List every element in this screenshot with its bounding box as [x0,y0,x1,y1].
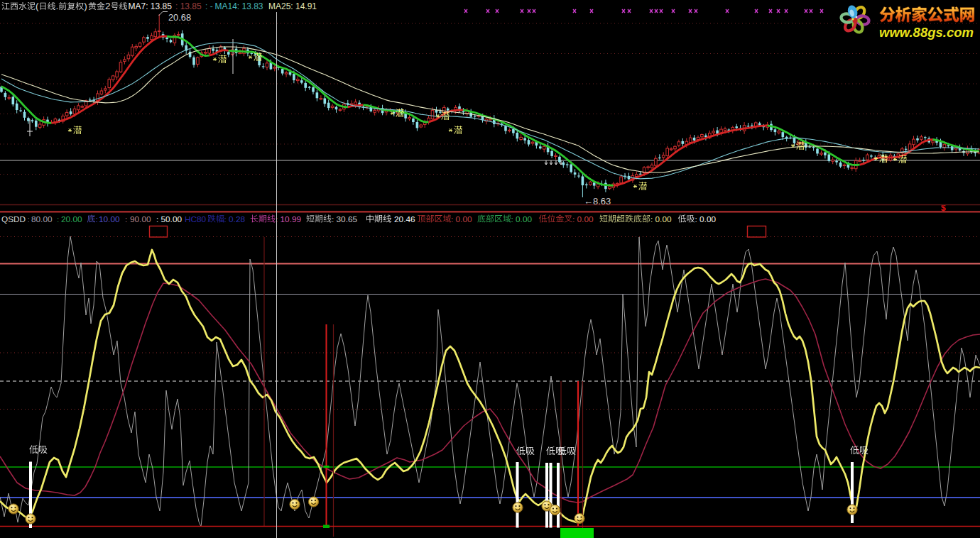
svg-text:: 0.00: : 0.00 [511,214,533,224]
svg-text:: 0.00: : 0.00 [572,214,594,224]
svg-text::: : [156,214,158,224]
svg-text:: 13.85: : 13.85 [175,1,202,11]
svg-text:MA7: 13.85: MA7: 13.85 [129,1,173,11]
svg-text::: : [125,214,127,224]
svg-text:.: . [56,1,59,11]
svg-text:: 0.00: : 0.00 [695,214,717,224]
svg-text:90.00: 90.00 [130,214,151,224]
svg-text:2: 2 [105,1,111,11]
svg-text:: 30.65: : 30.65 [332,214,358,224]
svg-text:MA25: 14.91: MA25: 14.91 [268,1,317,11]
svg-text:10.00: 10.00 [99,214,120,224]
svg-text:20.00: 20.00 [61,214,82,224]
svg-text:: 0.00: : 0.00 [650,214,672,224]
svg-text:HC80: HC80 [185,214,207,224]
svg-text:): ) [84,1,87,11]
svg-text:: -: : - [205,1,213,11]
svg-text:: 20.46: : 20.46 [390,214,416,224]
svg-text:QSDD: QSDD [1,214,26,224]
svg-text:50.00: 50.00 [161,214,183,224]
svg-text:: 10.99: : 10.99 [276,214,301,224]
svg-text:20.68: 20.68 [168,12,191,23]
svg-text::: : [57,214,59,224]
svg-text::: : [96,214,98,224]
svg-text:www.88gs.com: www.88gs.com [879,25,974,40]
svg-text:80.00: 80.00 [31,214,53,224]
svg-text:MA14: 13.83: MA14: 13.83 [215,1,263,11]
svg-text::: : [28,214,30,224]
svg-text:: 0.00: : 0.00 [451,214,472,224]
svg-text:: 0.28: : 0.28 [224,214,246,224]
svg-text:(: ( [36,1,39,11]
